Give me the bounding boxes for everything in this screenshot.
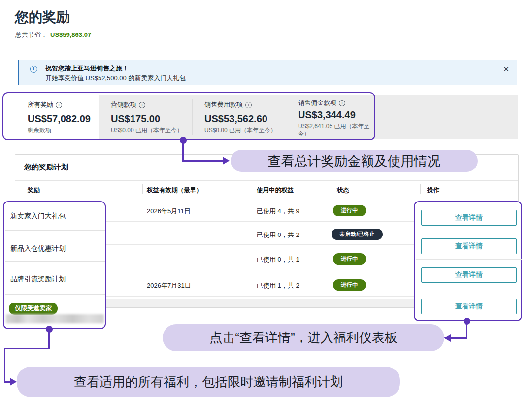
- total-savings-label: 总共节省：: [15, 31, 47, 38]
- congrats-banner: i 祝贺您踏上亚马逊销售之旅！ 开始享受价值 US$52,500.00 的新卖家…: [18, 60, 517, 85]
- stats-annotation-box: [2, 92, 375, 140]
- view-details-button[interactable]: 查看详情: [421, 267, 517, 283]
- total-savings: 总共节省：US$59,863.07: [15, 31, 91, 39]
- view-details-button[interactable]: 查看详情: [421, 238, 517, 254]
- row-usage: 已使用 0，共 2: [257, 231, 299, 239]
- status-badge: 进行中: [333, 279, 366, 291]
- arrow-right-icon: [223, 157, 230, 165]
- divider: [420, 184, 421, 194]
- connector-line: [4, 381, 10, 383]
- divider: [5, 294, 105, 295]
- divider: [15, 198, 518, 198]
- divider: [416, 288, 522, 288]
- divider: [416, 259, 522, 260]
- close-icon[interactable]: ✕: [503, 65, 509, 74]
- connector-line: [182, 160, 223, 162]
- total-savings-value: US$59,863.07: [50, 31, 91, 38]
- program-name[interactable]: 新卖家入门大礼包: [10, 212, 66, 221]
- divider: [5, 261, 105, 262]
- status-badge: 进行中: [333, 205, 366, 216]
- col-header-reward: 奖励: [28, 186, 40, 195]
- col-header-usage: 使用中的权益: [257, 186, 294, 195]
- arrow-left-icon: [444, 334, 451, 342]
- row-usage: 已使用 0，共 1: [257, 255, 299, 264]
- banner-subtitle: 开始享受价值 US$52,500.00 的新卖家入门大礼包: [45, 74, 186, 83]
- banner-title: 祝贺您踏上亚马逊销售之旅！: [45, 64, 129, 73]
- row-validity: 2026年7月31日: [147, 281, 191, 290]
- program-name[interactable]: 新品入仓优惠计划: [10, 244, 66, 253]
- redacted-program-name: [6, 314, 104, 323]
- divider: [142, 184, 143, 194]
- divider: [330, 184, 330, 194]
- stats-note-text: 查看总计奖励金额及使用情况: [268, 152, 441, 170]
- connector-line: [4, 348, 5, 382]
- invite-only-badge: 仅限受邀卖家: [9, 303, 58, 315]
- details-note-text: 点击“查看详情”，进入福利仪表板: [209, 329, 397, 346]
- programs-annotation-box: 新卖家入门大礼包 新品入仓优惠计划 品牌引流奖励计划 仅限受邀卖家: [3, 201, 106, 329]
- row-usage: 已使用 4，共 9: [257, 207, 299, 216]
- status-badge: 未启动/已终止: [332, 229, 383, 240]
- divider: [15, 180, 518, 181]
- rewards-page: 您的奖励 总共节省：US$59,863.07 i 祝贺您踏上亚马逊销售之旅！ 开…: [0, 0, 532, 404]
- divider: [5, 230, 105, 231]
- connector-line: [451, 337, 467, 339]
- actions-annotation-box: 查看详情 查看详情 查看详情 查看详情: [414, 201, 522, 321]
- col-header-action: 操作: [427, 186, 439, 195]
- row-validity: 2026年5月11日: [147, 207, 191, 216]
- program-name[interactable]: 品牌引流奖励计划: [10, 275, 66, 284]
- connector-dot: [464, 318, 470, 325]
- info-icon: i: [30, 66, 37, 73]
- col-header-status: 状态: [337, 186, 349, 195]
- view-details-button[interactable]: 查看详情: [421, 299, 517, 314]
- arrow-right-icon: [10, 378, 17, 386]
- status-badge: 进行中: [333, 253, 366, 265]
- connector-line: [4, 348, 50, 349]
- view-details-button[interactable]: 查看详情: [421, 210, 517, 226]
- divider: [251, 184, 251, 194]
- benefits-note-text: 查看适用的所有福利，包括限时邀请制福利计划: [74, 373, 343, 391]
- stats-note-pill: 查看总计奖励金额及使用情况: [231, 150, 478, 172]
- benefits-note-pill: 查看适用的所有福利，包括限时邀请制福利计划: [17, 367, 400, 397]
- table-title: 您的奖励计划: [24, 163, 68, 172]
- connector-dot: [46, 326, 53, 333]
- page-title: 您的奖励: [15, 8, 70, 27]
- row-usage: 已使用 1，共 2: [257, 281, 299, 290]
- connector-dot: [180, 137, 187, 144]
- details-note-pill: 点击“查看详情”，进入福利仪表板: [163, 324, 444, 351]
- divider: [416, 231, 522, 231]
- col-header-validity: 权益有效期（最早）: [147, 186, 202, 195]
